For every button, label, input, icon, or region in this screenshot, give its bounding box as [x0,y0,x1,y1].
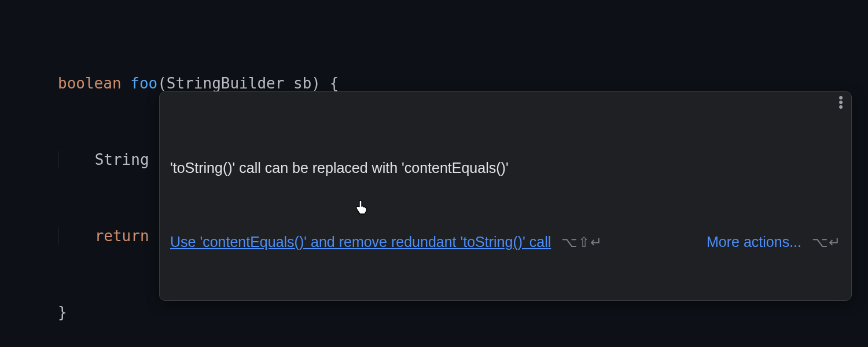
param-type: StringBuilder [167,75,285,92]
param-name: sb [293,75,311,92]
code-editor[interactable]: boolean foo(StringBuilder sb) { String s… [0,0,868,347]
keyword-boolean: boolean [58,75,122,92]
quick-fix-link[interactable]: Use 'contentEquals()' and remove redunda… [170,232,551,252]
inspection-title: 'toString()' call can be replaced with '… [170,158,841,178]
inspection-tooltip: ••• 'toString()' call can be replaced wi… [159,91,852,301]
function-name: foo [130,75,157,92]
more-actions-link[interactable]: More actions... [707,232,801,252]
code-line-4: } [58,300,868,325]
tooltip-actions: Use 'contentEquals()' and remove redunda… [170,232,841,252]
quick-fix-shortcut: ⌥⇧↵ [561,233,602,252]
more-actions-shortcut: ⌥↵ [812,233,841,252]
more-vertical-icon[interactable]: ••• [838,95,843,109]
keyword-return: return [95,227,149,245]
